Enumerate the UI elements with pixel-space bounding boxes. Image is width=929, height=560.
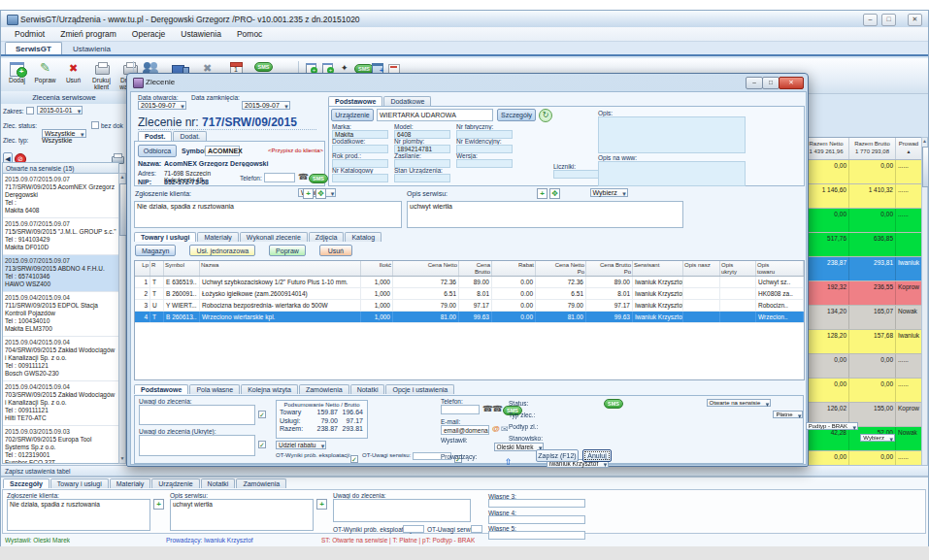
totals-row[interactable]: 0,000,00...... xyxy=(804,379,922,403)
dialog-bottom-tab-kolejna-wizyta[interactable]: Kolejna wizyta xyxy=(241,384,298,394)
urzadzenie-button[interactable]: Urządzenie xyxy=(331,109,374,121)
bp-ot2-input[interactable] xyxy=(471,525,482,533)
uwagi-textarea[interactable] xyxy=(139,405,255,425)
title-bar[interactable]: SerwisGT/Urządzenia - www.tu.pl - Deręgo… xyxy=(1,11,928,28)
orders-list-scrollbar[interactable]: ▲ ▼ xyxy=(118,173,126,464)
phone-icon[interactable]: ☎ xyxy=(298,172,309,181)
order-list-item[interactable]: 2015.09.07/2015.09.07713/SRW/09/2015 ABD… xyxy=(3,255,118,292)
bez-dok-checkbox[interactable] xyxy=(91,121,99,129)
dlg-stanowisko-dropdown[interactable]: Wybierz xyxy=(860,434,895,442)
opis-serwisu-add-icon[interactable]: + xyxy=(537,188,547,199)
device-tab-podstawowe[interactable]: Podstawowe xyxy=(328,96,382,106)
zgloszenie-add-icon[interactable]: + xyxy=(303,188,314,199)
totals-col-brutto[interactable]: Razem Brutto1 770 293,08 xyxy=(849,138,896,159)
bp-ot1-input[interactable] xyxy=(403,525,424,533)
close-button[interactable]: ✕ xyxy=(908,14,922,26)
totals-row[interactable]: 238,87293,81Iwaniuk xyxy=(804,257,922,281)
toolbar-button-dodaj[interactable]: +Dodaj xyxy=(4,59,30,92)
dlg-status-dropdown[interactable]: Otwarte na serwisie xyxy=(707,399,772,407)
items-tab-materia-y[interactable]: Materiały xyxy=(197,232,238,242)
totals-vscrollbar[interactable]: ▲ xyxy=(921,137,928,479)
order-list-item[interactable]: 2015.09.04/2015.09.04703/SRW/09/2015 Zak… xyxy=(3,381,118,426)
tab-ustawienia[interactable]: Ustawienia xyxy=(62,42,121,54)
menu-item-podmiot[interactable]: Podmiot xyxy=(7,29,52,39)
opis-serwisu-dropdown[interactable]: Wybierz xyxy=(590,188,628,197)
dlg-typ-dropdown[interactable]: Płatne xyxy=(773,411,803,418)
bottom-tab-materia-y[interactable]: Materiały xyxy=(110,478,150,488)
menu-item-operacje[interactable]: Operacje xyxy=(124,29,174,39)
sms-icon[interactable]: SMS xyxy=(309,174,328,183)
dialog-bottom-tab-podstawowe[interactable]: Podstawowe xyxy=(134,384,188,394)
items-col-rabat[interactable]: Rabat xyxy=(492,261,536,276)
envelope-icon[interactable]: ✉ xyxy=(501,424,509,434)
items-tab-katalog[interactable]: Katalog xyxy=(345,232,382,242)
device-field-wersja[interactable] xyxy=(456,159,513,168)
items-col-ilo[interactable]: Ilość xyxy=(361,261,393,276)
sms3-icon[interactable]: SMS xyxy=(604,399,623,409)
totals-row[interactable]: 0,000,00...... xyxy=(804,354,922,379)
bottom-tab-zam-wienia[interactable]: Zamówienia xyxy=(236,478,286,488)
promote-arrow-icon[interactable]: ⇧ xyxy=(505,457,513,467)
dialog-minimize-button[interactable]: – xyxy=(746,77,763,89)
client-tab-podst[interactable]: Podst. xyxy=(138,131,172,141)
totals-row[interactable]: 0,000,00...... xyxy=(804,160,922,184)
items-col-opis-ukryty[interactable]: Opis ukryty xyxy=(720,261,756,276)
bp-opis-textarea[interactable]: uchwyt wiertła xyxy=(170,499,314,531)
items-col-serwisant[interactable]: Serwisant xyxy=(633,261,683,276)
menu-item-ustawienia[interactable]: Ustawienia xyxy=(173,29,229,39)
bp-zgloszenie-textarea[interactable]: Nie działa, spadła z rusztowania xyxy=(7,499,150,531)
order-item-row[interactable]: 2TB 260091..Łożysko igiełkowe (zam.26009… xyxy=(135,288,804,300)
email-input[interactable]: email@domena.pl xyxy=(441,425,489,435)
device-field-nr-katalogowy[interactable] xyxy=(332,174,388,182)
order-item-row[interactable]: 1TE 636519..Uchwyt szybkozaciskowy 1/2" … xyxy=(135,277,804,288)
bottom-tab-urz-dzenie[interactable]: Urządzenie xyxy=(151,478,199,488)
typ-value[interactable]: Wszystkie xyxy=(42,137,73,144)
order-list-item[interactable]: 2015.09.04/2015.09.04711/SRW/09/2015 EDP… xyxy=(3,292,118,337)
dialog-maximize-button[interactable]: □ xyxy=(762,77,780,89)
totals-row[interactable]: 517,76636,85 xyxy=(804,233,922,257)
dialog-bottom-tab-opcje-i-ustawienia[interactable]: Opcje i ustawienia xyxy=(385,384,454,394)
totals-row[interactable]: 128,20157,68Iwaniuk xyxy=(804,330,922,354)
bp-wlasne3-input[interactable] xyxy=(488,499,585,508)
uwagi-checkbox[interactable]: ✓ xyxy=(258,411,266,418)
device-tab-dodatkowe[interactable]: Dodatkowe xyxy=(383,96,431,106)
zgloszenie-expand-icon[interactable]: ✥ xyxy=(315,188,326,199)
menu-item-pomoc[interactable]: Pomoc xyxy=(229,29,270,39)
bp-zgloszenie-expand-icon[interactable]: + xyxy=(153,499,164,510)
items-col-r[interactable]: R xyxy=(150,261,164,276)
toolbar-button-usu[interactable]: ✖Usuń xyxy=(60,59,86,92)
button-usu[interactable]: Usuń xyxy=(319,245,352,256)
dialog-bottom-tab-notatki[interactable]: Notatki xyxy=(350,384,385,394)
items-col-nazwa[interactable]: Nazwa xyxy=(200,261,361,276)
szczegoly-button[interactable]: Szczegóły xyxy=(497,109,536,121)
dialog-bottom-tab-pola-w-asne[interactable]: Pola własne xyxy=(189,384,240,394)
items-col-cena-brutto[interactable]: Cena Brutto xyxy=(459,261,492,276)
email-contact-icon[interactable]: @ xyxy=(492,424,500,433)
items-col-cena-netto[interactable]: Cena Netto xyxy=(393,261,459,276)
ot1-checkbox[interactable]: ✓ xyxy=(350,455,358,463)
order-list-item[interactable]: 2015.09.07/2015.09.07717/SRW/09/2015 Aco… xyxy=(3,174,118,218)
phone3-icon[interactable]: ☎ xyxy=(492,404,503,413)
uwagi-ukryte-checkbox[interactable]: ✓ xyxy=(258,441,266,448)
maximize-button[interactable]: □ xyxy=(881,14,896,26)
cancel-button[interactable]: Anuluj xyxy=(582,449,612,462)
telefon-input[interactable] xyxy=(264,173,295,182)
dialog-title-bar[interactable]: Zlecenie – □ ✕ xyxy=(127,74,808,90)
udziel-rabatu-dropdown[interactable]: Udziel rabatu xyxy=(276,441,326,449)
tab-serwisgt[interactable]: SerwisGT xyxy=(5,42,62,54)
bp-opis-expand-icon[interactable]: + xyxy=(316,499,327,510)
device-field-stan-urz-dzenia[interactable] xyxy=(394,174,450,182)
data-zamkniecia-picker[interactable]: 2015-09-07 xyxy=(242,101,290,110)
bp-wlasne4-input[interactable] xyxy=(488,515,585,524)
zakres-checkbox[interactable] xyxy=(26,107,34,115)
odbiorca-button[interactable]: Odbiorca xyxy=(138,145,177,157)
items-tab-wykonali-zlecenie[interactable]: Wykonali zlecenie xyxy=(240,232,308,242)
totals-col-prow[interactable]: Prowad ▲ xyxy=(896,138,922,159)
bottom-tab-notatki[interactable]: Notatki xyxy=(201,478,236,488)
button-us-jednorazowa[interactable]: Usł. jednorazowa xyxy=(189,245,255,256)
order-item-row[interactable]: 4TB 260613..Wrzeciono wiertarskie kpl.1,… xyxy=(135,312,804,323)
device-name-field[interactable]: WIERTARKA UDAROWA xyxy=(377,109,493,121)
opis-serwisu-expand-icon[interactable]: ✥ xyxy=(549,188,560,199)
button-magazyn[interactable]: Magazyn xyxy=(135,245,176,256)
items-tab-towary-i-us-ugi[interactable]: Towary i usługi xyxy=(134,232,196,242)
